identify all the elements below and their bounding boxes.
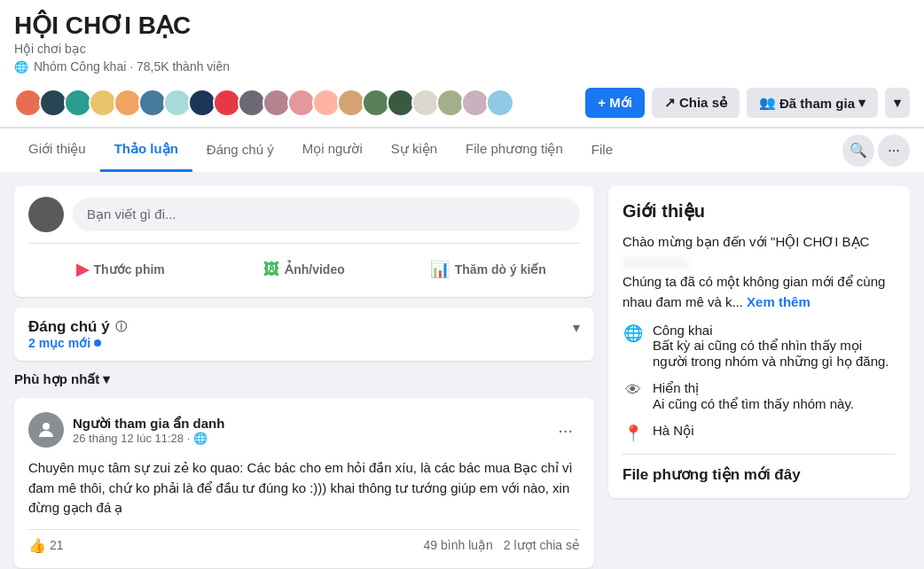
sort-row: Phù hợp nhất ▾ [14, 371, 594, 387]
post-reaction: 👍 21 [28, 537, 64, 554]
name-blurred: xxxxxxxxxx [623, 254, 689, 269]
about-box: Giới thiệu Chào mừng bạn đến với "HỘI CH… [608, 186, 910, 498]
info-icon[interactable]: ⓘ [115, 319, 127, 335]
globe-about-icon: 🌐 [623, 323, 644, 343]
about-location: 📍 Hà Nội [623, 423, 896, 443]
nav-tabs: Giới thiệu Thảo luận Đáng chú ý Mọi ngườ… [0, 128, 924, 172]
about-desc: Chào mừng bạn đến với "HỘI CHƠI BẠC xxxx… [623, 232, 896, 312]
chevron-down-icon: ▾ [858, 95, 865, 111]
photo-button[interactable]: 🖼 Ảnh/video [212, 253, 395, 286]
photo-icon: 🖼 [263, 261, 279, 279]
video-button[interactable]: ▶ Thước phim [28, 253, 212, 286]
post-card: Người tham gia ẩn danh 26 tháng 12 lúc 1… [14, 398, 594, 568]
about-public: 🌐 Công khai Bất kỳ ai cũng có thể nhìn t… [623, 323, 896, 370]
search-nav-button[interactable]: 🔍 [842, 135, 874, 167]
avatar [486, 89, 514, 117]
group-title: HỘI CHƠI BẠC [14, 11, 910, 40]
eye-icon: 👁 [623, 381, 644, 400]
more-button[interactable]: ▾ [885, 88, 910, 118]
media-title: File phương tiện mới đây [623, 465, 896, 484]
notice-new: 2 mục mới [28, 336, 580, 350]
new-button[interactable]: + Mới [585, 88, 645, 118]
about-title: Giới thiệu [623, 200, 896, 222]
poll-icon: 📊 [430, 260, 450, 279]
joined-button[interactable]: 👥 Đã tham gia ▾ [747, 88, 878, 118]
user-avatar [28, 197, 64, 232]
group-meta-text: Nhóm Công khai · 78,5K thành viên [34, 59, 230, 74]
header-actions: + Mới ↗ Chia sẻ 👥 Đã tham gia ▾ ▾ [585, 88, 910, 118]
location-text: Hà Nội [653, 423, 694, 439]
post-globe-icon: 🌐 [193, 432, 208, 445]
share-icon: ↗ [664, 95, 676, 111]
like-count: 21 [50, 538, 64, 552]
comments-count[interactable]: 49 bình luận [424, 538, 493, 552]
tab-su-kien[interactable]: Sự kiện [377, 129, 451, 172]
notice-box: Đáng chú ý ⓘ ▾ 2 mục mới [14, 308, 594, 361]
public-label: Công khai [653, 323, 896, 338]
tab-file[interactable]: File [577, 129, 627, 172]
tab-dang-chu-y[interactable]: Đáng chú ý [192, 129, 288, 172]
post-input[interactable]: Bạn viết gì đi... [73, 198, 580, 231]
shares-count[interactable]: 2 lượt chia sẻ [504, 538, 580, 552]
visible-label: Hiển thị [653, 380, 854, 396]
about-visible: 👁 Hiển thị Ai cũng có thể tìm thấy nhóm … [623, 380, 896, 412]
location-icon: 📍 [623, 424, 644, 443]
more-nav-button[interactable]: ··· [878, 135, 910, 167]
post-content: Chuyên mục tâm sự zui zẻ ko quao: Các bá… [28, 458, 580, 518]
blue-dot [94, 339, 101, 347]
post-date: 26 tháng 12 lúc 11:28 · [73, 432, 190, 445]
tab-moi-nguoi[interactable]: Mọi người [288, 129, 377, 172]
post-box: Bạn viết gì đi... ▶ Thước phim 🖼 Ảnh/vid… [14, 186, 594, 297]
post-stats: 49 bình luận 2 lượt chia sẻ [424, 538, 580, 552]
chevron-down-notice-icon[interactable]: ▾ [573, 319, 580, 336]
sort-button[interactable]: Phù hợp nhất ▾ [14, 371, 110, 387]
see-more-link[interactable]: Xem thêm [747, 294, 810, 309]
visible-desc: Ai cũng có thể tìm thấy nhóm này. [653, 396, 854, 412]
poll-button[interactable]: 📊 Thăm dò ý kiến [396, 253, 580, 286]
tab-thao-luan[interactable]: Thảo luận [100, 129, 192, 172]
group-subtitle: Hội chơi bạc [14, 42, 910, 56]
share-button[interactable]: ↗ Chia sẻ [652, 88, 740, 118]
globe-icon: 🌐 [14, 60, 28, 74]
joined-icon: 👥 [759, 95, 776, 111]
svg-point-0 [43, 423, 50, 430]
members-avatars [14, 89, 514, 117]
tab-gioi-thieu[interactable]: Giới thiệu [14, 129, 100, 172]
video-icon: ▶ [76, 260, 89, 279]
public-desc: Bất kỳ ai cũng có thể nhìn thấy mọi ngườ… [653, 338, 896, 370]
tab-file-phuong-tien[interactable]: File phương tiện [451, 129, 577, 172]
chevron-down-sort-icon: ▾ [103, 371, 110, 387]
anon-avatar [28, 412, 64, 448]
post-more-button[interactable]: ··· [551, 417, 580, 444]
notice-title-text: Đáng chú ý [28, 318, 110, 336]
like-icon: 👍 [28, 537, 46, 554]
post-author-name: Người tham gia ẩn danh [73, 416, 542, 432]
